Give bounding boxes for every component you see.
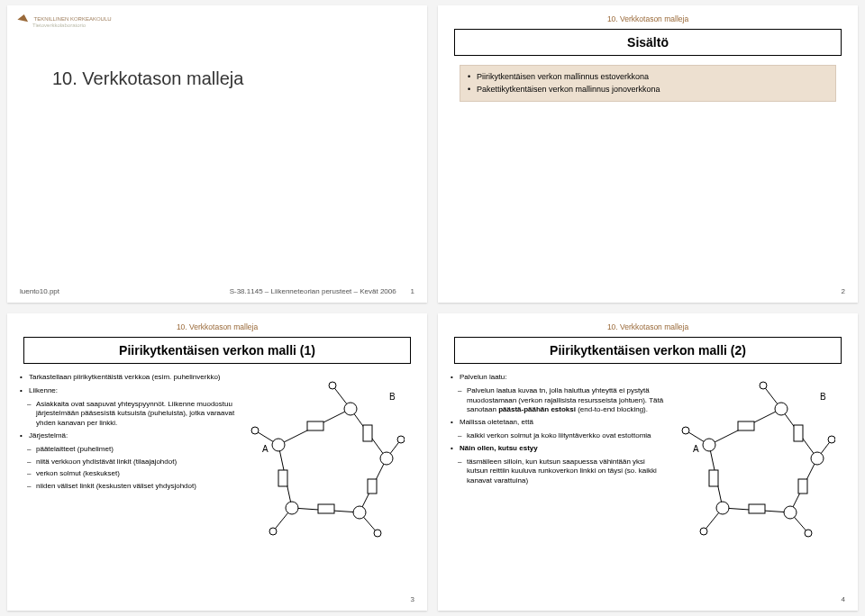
bullet-jarj-head: Järjestelmä: [20,431,237,441]
svg-point-49 [700,528,707,535]
svg-point-24 [269,528,277,535]
svg-point-18 [353,506,366,519]
svg-point-41 [775,403,788,415]
svg-point-44 [716,502,729,514]
deck-title: 10. Verkkotason malleja [52,68,414,89]
footer-course: S-38.1145 – Liikenneteorian perusteet – … [215,287,411,295]
page-number: 1 [411,287,414,295]
svg-point-43 [784,506,797,519]
figure-column: A B [242,373,414,546]
network-graph: A B [673,373,835,544]
bullet-nain-head: Näin ollen, kutsu estyy [451,444,668,454]
bullet-jarj-item: verkon solmut (keskukset) [20,469,237,479]
title-box: Piirikytkentäisen verkon malli (1) [23,337,411,364]
svg-point-21 [329,382,336,389]
section-header: 10. Verkkotason malleja [451,14,845,23]
bullet-jarj-item: niiden väliset linkit (keskusten väliset… [20,482,237,492]
slide-footer: 4 [451,595,845,603]
svg-point-45 [682,427,689,434]
svg-rect-34 [709,470,718,486]
footer-filename: luento10.ppt [20,287,215,295]
graph-label-a: A [262,444,269,454]
title-box: Sisältö [454,29,842,56]
svg-rect-5 [307,421,323,430]
bullet-liikenne-head: Liikenne: [20,386,237,396]
slide-2: 10. Verkkotason malleja Sisältö Piirikyt… [438,5,858,303]
slide-1: TEKNILLINEN KORKEAKOULU Tietoverkkolabor… [7,5,427,303]
bullet-liikenne-body: Asiakkaita ovat saapuvat yhteyspyynnöt. … [20,400,237,429]
bullet-laatu-head: Palvelun laatu: [451,373,668,383]
svg-rect-33 [749,504,765,513]
svg-point-42 [811,452,824,465]
laatu-body2-bold: päästä-päähän estoksi [498,405,576,413]
bullet-jarj-item: päätelaitteet (puhelimet) [20,445,237,455]
page-number: 3 [411,595,414,603]
laatu-body1: Palvelun laatua kuvaa tn, jolla haluttua… [467,386,650,404]
svg-point-40 [703,439,715,451]
graph-label-b: B [820,392,826,402]
svg-rect-7 [368,479,377,494]
logo-line1: TEKNILLINEN KORKEAKOULU [34,16,112,22]
svg-point-46 [760,382,767,389]
bullet-item: Piirikytkentäisen verkon mallinnus estov… [468,71,828,84]
logo-line2: Tietoverkkolaboratorio [32,23,86,28]
text-column: Palvelun laatu: Palvelun laatua kuvaa tn… [451,373,668,546]
slide-footer: 3 [20,595,414,603]
svg-rect-31 [794,425,803,441]
svg-rect-6 [363,425,372,441]
graph-label-a: A [693,444,699,454]
title-box: Piirikytkentäisen verkon malli (2) [454,337,842,364]
slide-4: 10. Verkkotason malleja Piirikytkentäise… [438,313,858,611]
university-logo: TEKNILLINEN KORKEAKOULU Tietoverkkolabor… [18,14,112,28]
text-column: Tarkastellaan piirikytkentäistä verkkoa … [20,373,237,546]
svg-point-20 [251,427,259,434]
svg-point-22 [397,436,405,443]
triangle-icon [17,14,29,22]
svg-point-16 [344,403,357,415]
slide-title: Piirikytkentäisen verkon malli (1) [32,343,403,358]
bullet-laatu-body: Palvelun laatua kuvaa tn, jolla haluttua… [451,386,668,415]
laatu-body2-post: (end-to-end blocking). [576,405,648,413]
graph-label-b: B [389,392,396,402]
svg-rect-32 [798,479,807,494]
slide-3: 10. Verkkotason malleja Piirikytkentäise… [7,313,427,611]
section-header: 10. Verkkotason malleja [451,322,845,331]
slide-title: Piirikytkentäisen verkon malli (2) [462,343,833,358]
bullet-mallissa-head: Mallissa oletetaan, että [451,418,668,428]
svg-point-15 [272,439,285,451]
slide-title: Sisältö [462,35,833,50]
section-header: 10. Verkkotason malleja [20,322,414,331]
bullet-nain-item: täsmälleen silloin, kun kutsun saapuessa… [451,457,668,486]
slide-footer: luento10.ppt S-38.1145 – Liikenneteorian… [20,287,414,295]
bullet-jarj-item: niitä verkkoon yhdistävät linkit (tilaaj… [20,457,237,467]
figure-column: A B [673,373,845,546]
svg-point-47 [828,436,835,443]
svg-point-48 [805,530,812,537]
bullet-intro: Tarkastellaan piirikytkentäistä verkkoa … [20,373,237,383]
svg-point-17 [380,452,393,465]
svg-rect-30 [738,421,754,430]
svg-point-19 [286,502,298,514]
bullet-mallissa-item: kaikki verkon solmut ja koko liityntäver… [451,431,668,441]
page-number: 4 [842,595,845,603]
page-number: 2 [842,287,845,295]
bullet-item: Pakettikytkentäisen verkon mallinnus jon… [468,84,828,96]
svg-point-23 [374,530,381,537]
slide-footer: 2 [451,287,845,295]
network-graph: A B [242,373,405,544]
bullet-list: Piirikytkentäisen verkon mallinnus estov… [460,65,836,102]
svg-rect-9 [278,470,287,486]
svg-rect-8 [318,504,334,513]
